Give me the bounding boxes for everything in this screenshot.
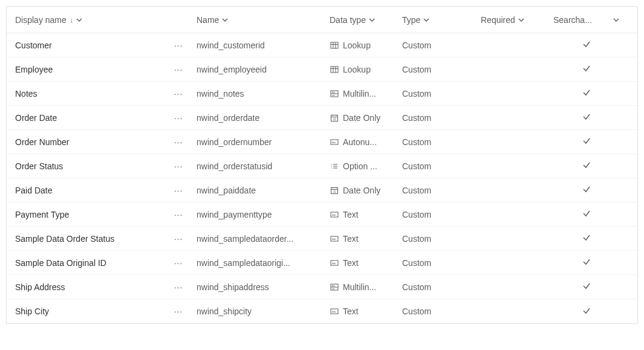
table-row[interactable]: Order Number···nwind_ordernumberAbcAuton… [7,130,637,154]
table-row[interactable]: Sample Data Original ID···nwind_sampleda… [7,251,637,275]
cell-display-name[interactable]: Ship City [15,306,160,316]
svg-text:Abc: Abc [332,91,336,94]
cell-type: Custom [402,234,481,244]
row-more-button[interactable]: ··· [160,41,197,50]
cell-display-name[interactable]: Sample Data Original ID [15,258,160,268]
date-icon: 21 [330,113,339,123]
checkmark-icon [582,64,591,74]
cell-data-type-label: Multilin... [343,282,376,292]
cell-searchable [553,282,620,292]
checkmark-icon [582,40,591,50]
header-display-name-label: Display name [15,15,67,25]
row-more-button[interactable]: ··· [160,65,197,74]
autonum-icon: Abc [330,137,339,147]
table-row[interactable]: Order Status···nwind_orderstatusidOption… [7,154,637,178]
cell-type: Custom [402,113,481,123]
table-row[interactable]: Sample Data Order Status···nwind_sampled… [7,227,637,251]
row-more-button[interactable]: ··· [160,258,197,268]
table-row[interactable]: Ship Address···nwind_shipaddressAbcdefMu… [7,275,637,299]
cell-display-name[interactable]: Customer [15,41,160,50]
cell-name: nwind_orderstatusid [197,161,330,171]
cell-display-name[interactable]: Order Date [15,113,160,123]
cell-data-type-label: Text [343,258,359,268]
sort-ascending-icon: ↓ [70,16,74,24]
cell-data-type-label: Date Only [343,113,380,123]
row-more-button[interactable]: ··· [160,282,197,292]
cell-searchable [553,64,620,74]
svg-text:def: def [332,94,335,97]
cell-searchable [553,233,620,244]
cell-data-type-label: Option ... [343,161,377,171]
columns-data-grid: Display name ↓ Name Data type Type Requi… [6,6,638,324]
cell-searchable [553,306,620,317]
cell-type: Custom [402,89,481,99]
cell-data-type-label: Autonu... [343,137,377,147]
cell-data-type: AbcdefMultilin... [330,282,402,292]
svg-text:Abc: Abc [332,285,336,287]
cell-searchable [553,185,620,195]
header-display-name[interactable]: Display name ↓ [15,15,160,25]
cell-type: Custom [402,186,481,195]
header-type[interactable]: Type [402,15,481,25]
header-name[interactable]: Name [197,15,330,25]
table-row[interactable]: Customer···nwind_customeridLookupCustom [7,33,637,57]
cell-display-name[interactable]: Payment Type [15,210,160,219]
svg-rect-0 [331,42,338,48]
cell-data-type: 21Date Only [330,186,402,195]
row-more-button[interactable]: ··· [160,234,197,244]
cell-searchable [553,40,620,50]
table-row[interactable]: Order Date···nwind_orderdate21Date OnlyC… [7,106,637,130]
table-row[interactable]: Notes···nwind_notesAbcdefMultilin...Cust… [7,82,637,106]
svg-text:Abc: Abc [332,213,336,216]
table-row[interactable]: Paid Date···nwind_paiddate21Date OnlyCus… [7,178,637,203]
cell-display-name[interactable]: Notes [15,89,160,99]
cell-type: Custom [402,137,481,147]
row-more-button[interactable]: ··· [160,137,197,147]
text-icon: Abc [330,234,339,244]
row-more-button[interactable]: ··· [160,186,197,195]
row-more-button[interactable]: ··· [160,306,197,316]
cell-data-type: Lookup [330,41,402,50]
cell-display-name[interactable]: Order Status [15,161,160,171]
checkmark-icon [582,88,591,99]
cell-type: Custom [402,258,481,268]
cell-searchable [553,137,620,147]
text-icon: Abc [330,306,339,316]
cell-name: nwind_customerid [197,41,330,50]
cell-display-name[interactable]: Order Number [15,137,160,147]
svg-text:Abc: Abc [332,310,336,313]
row-more-button[interactable]: ··· [160,210,197,219]
header-searchable[interactable]: Searcha... [553,15,620,25]
cell-display-name[interactable]: Paid Date [15,186,160,195]
cell-data-type: AbcText [330,210,402,219]
cell-display-name[interactable]: Employee [15,65,160,74]
cell-name: nwind_orderdate [197,113,330,123]
row-more-button[interactable]: ··· [160,161,197,171]
svg-text:21: 21 [333,190,337,193]
checkmark-icon [582,112,591,123]
header-required[interactable]: Required [481,15,553,25]
lookup-icon [330,65,339,74]
date-icon: 21 [330,186,339,195]
optionset-icon [330,161,339,171]
row-more-button[interactable]: ··· [160,89,197,99]
header-searchable-label: Searcha... [553,15,592,25]
cell-display-name[interactable]: Sample Data Order Status [15,234,160,244]
cell-display-name[interactable]: Ship Address [15,282,160,292]
table-row[interactable]: Ship City···nwind_shipcityAbcTextCustom [7,299,637,323]
cell-name: nwind_paiddate [197,186,330,195]
chevron-down-icon [221,16,229,24]
cell-data-type-label: Lookup [343,65,371,74]
cell-data-type: 21Date Only [330,113,402,123]
multiline-icon: Abcdef [330,282,339,292]
header-data-type[interactable]: Data type [330,15,402,25]
cell-searchable [553,258,620,268]
table-row[interactable]: Employee···nwind_employeeidLookupCustom [7,57,637,82]
row-more-button[interactable]: ··· [160,113,197,123]
grid-header-row: Display name ↓ Name Data type Type Requi… [7,7,637,33]
chevron-down-icon [423,16,430,24]
lookup-icon [330,41,339,50]
cell-data-type: AbcText [330,306,402,316]
svg-text:Abc: Abc [332,238,336,241]
table-row[interactable]: Payment Type···nwind_paymenttypeAbcTextC… [7,203,637,227]
